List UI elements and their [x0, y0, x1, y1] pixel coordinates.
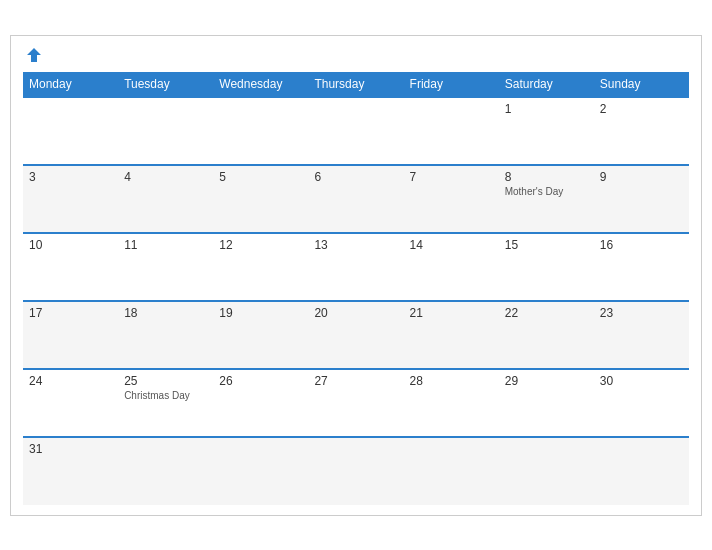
calendar-cell — [118, 437, 213, 505]
day-number: 9 — [600, 170, 683, 184]
calendar-cell: 3 — [23, 165, 118, 233]
day-number: 18 — [124, 306, 207, 320]
day-number: 25 — [124, 374, 207, 388]
day-number: 31 — [29, 442, 112, 456]
calendar-cell: 26 — [213, 369, 308, 437]
day-number: 1 — [505, 102, 588, 116]
day-number: 17 — [29, 306, 112, 320]
day-number: 4 — [124, 170, 207, 184]
calendar-cell: 4 — [118, 165, 213, 233]
calendar-cell: 27 — [308, 369, 403, 437]
calendar-cell — [213, 437, 308, 505]
calendar-cell: 8Mother's Day — [499, 165, 594, 233]
calendar-cell — [404, 97, 499, 165]
calendar-grid: MondayTuesdayWednesdayThursdayFridaySatu… — [23, 72, 689, 505]
day-number: 16 — [600, 238, 683, 252]
day-number: 7 — [410, 170, 493, 184]
calendar-cell — [213, 97, 308, 165]
day-number: 27 — [314, 374, 397, 388]
weekday-header-thursday: Thursday — [308, 72, 403, 97]
calendar-cell: 14 — [404, 233, 499, 301]
calendar-cell: 15 — [499, 233, 594, 301]
day-number: 3 — [29, 170, 112, 184]
calendar-container: MondayTuesdayWednesdayThursdayFridaySatu… — [10, 35, 702, 516]
calendar-cell: 20 — [308, 301, 403, 369]
day-number: 22 — [505, 306, 588, 320]
day-number: 10 — [29, 238, 112, 252]
calendar-cell: 24 — [23, 369, 118, 437]
weekday-header-sunday: Sunday — [594, 72, 689, 97]
calendar-cell: 31 — [23, 437, 118, 505]
calendar-header — [23, 46, 689, 64]
day-number: 21 — [410, 306, 493, 320]
weekday-header-monday: Monday — [23, 72, 118, 97]
day-number: 11 — [124, 238, 207, 252]
calendar-cell: 10 — [23, 233, 118, 301]
day-number: 20 — [314, 306, 397, 320]
weekday-header-friday: Friday — [404, 72, 499, 97]
calendar-weekday-header: MondayTuesdayWednesdayThursdayFridaySatu… — [23, 72, 689, 97]
day-number: 24 — [29, 374, 112, 388]
logo — [23, 46, 43, 64]
weekday-header-wednesday: Wednesday — [213, 72, 308, 97]
calendar-cell: 21 — [404, 301, 499, 369]
calendar-body: 12345678Mother's Day91011121314151617181… — [23, 97, 689, 505]
week-row-0: 12 — [23, 97, 689, 165]
calendar-cell: 12 — [213, 233, 308, 301]
day-number: 19 — [219, 306, 302, 320]
weekday-header-tuesday: Tuesday — [118, 72, 213, 97]
holiday-name: Christmas Day — [124, 390, 207, 401]
week-row-4: 2425Christmas Day2627282930 — [23, 369, 689, 437]
svg-marker-0 — [27, 48, 41, 62]
week-row-3: 17181920212223 — [23, 301, 689, 369]
day-number: 29 — [505, 374, 588, 388]
calendar-cell — [118, 97, 213, 165]
day-number: 13 — [314, 238, 397, 252]
weekday-row: MondayTuesdayWednesdayThursdayFridaySatu… — [23, 72, 689, 97]
day-number: 15 — [505, 238, 588, 252]
calendar-cell: 9 — [594, 165, 689, 233]
calendar-cell: 7 — [404, 165, 499, 233]
day-number: 2 — [600, 102, 683, 116]
calendar-cell — [499, 437, 594, 505]
weekday-header-saturday: Saturday — [499, 72, 594, 97]
holiday-name: Mother's Day — [505, 186, 588, 197]
calendar-cell: 13 — [308, 233, 403, 301]
calendar-cell — [594, 437, 689, 505]
calendar-cell — [23, 97, 118, 165]
calendar-cell: 30 — [594, 369, 689, 437]
calendar-cell: 17 — [23, 301, 118, 369]
calendar-cell: 29 — [499, 369, 594, 437]
week-row-5: 31 — [23, 437, 689, 505]
calendar-cell: 25Christmas Day — [118, 369, 213, 437]
calendar-cell: 2 — [594, 97, 689, 165]
calendar-cell: 18 — [118, 301, 213, 369]
calendar-cell: 6 — [308, 165, 403, 233]
calendar-cell: 5 — [213, 165, 308, 233]
day-number: 28 — [410, 374, 493, 388]
calendar-cell: 19 — [213, 301, 308, 369]
day-number: 6 — [314, 170, 397, 184]
calendar-cell — [308, 97, 403, 165]
calendar-cell: 23 — [594, 301, 689, 369]
calendar-cell: 16 — [594, 233, 689, 301]
calendar-cell: 28 — [404, 369, 499, 437]
calendar-cell: 1 — [499, 97, 594, 165]
day-number: 30 — [600, 374, 683, 388]
week-row-2: 10111213141516 — [23, 233, 689, 301]
day-number: 26 — [219, 374, 302, 388]
day-number: 12 — [219, 238, 302, 252]
day-number: 14 — [410, 238, 493, 252]
day-number: 8 — [505, 170, 588, 184]
calendar-cell: 11 — [118, 233, 213, 301]
calendar-cell — [308, 437, 403, 505]
day-number: 5 — [219, 170, 302, 184]
calendar-cell: 22 — [499, 301, 594, 369]
logo-icon — [25, 46, 43, 64]
week-row-1: 345678Mother's Day9 — [23, 165, 689, 233]
calendar-cell — [404, 437, 499, 505]
day-number: 23 — [600, 306, 683, 320]
